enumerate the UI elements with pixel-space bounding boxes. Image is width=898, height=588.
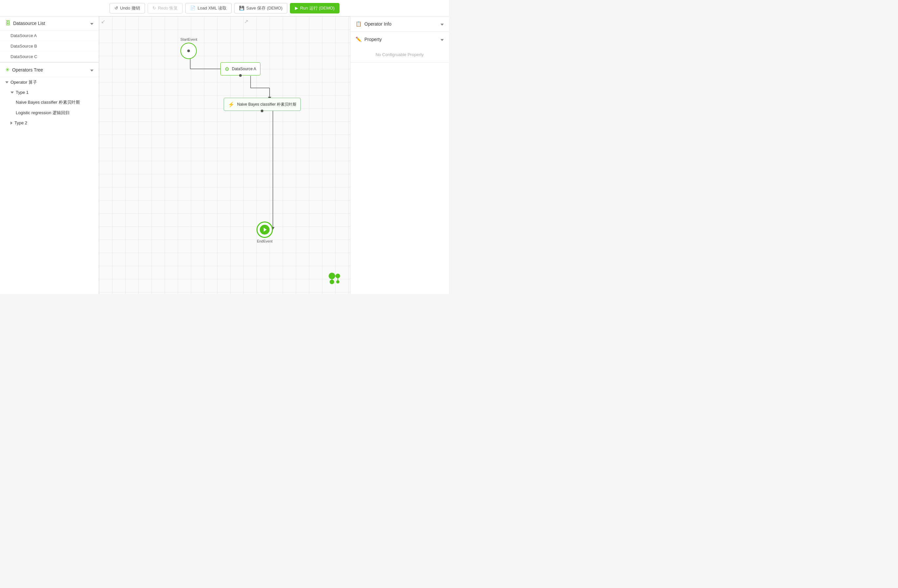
database-icon: 🗄 xyxy=(5,20,11,26)
datasource-item-a[interactable]: DataSource A xyxy=(0,31,99,41)
property-header[interactable]: ✏️ Property xyxy=(350,32,449,47)
right-panel: 📋 Operator Info ✏️ Property No Configrua… xyxy=(350,16,449,294)
property-collapse-icon xyxy=(440,37,444,42)
run-label: Run 运行 (DEMO) xyxy=(300,5,335,11)
load-button[interactable]: 📄 Load XML 读取 xyxy=(185,3,231,14)
datasource-node-icon: ⚙ xyxy=(224,66,229,72)
tree-node-type2[interactable]: Type 2 xyxy=(0,118,99,128)
redo-icon: ↻ xyxy=(152,6,156,11)
save-button[interactable]: 💾 Save 保存 (DEMO) xyxy=(234,3,288,14)
datasource-item-c[interactable]: DataSource C xyxy=(0,51,99,62)
classifier-bottom-port xyxy=(261,109,263,112)
datasource-collapse-icon xyxy=(90,21,94,26)
naive-bayes-node[interactable]: ⚡ Naive Bayes classifier 朴素贝叶斯 xyxy=(224,98,301,111)
save-label: Save 保存 (DEMO) xyxy=(246,5,283,11)
datasource-a-node[interactable]: ⚙ DataSource A xyxy=(220,62,260,75)
datasource-item-b[interactable]: DataSource B xyxy=(0,41,99,51)
run-button[interactable]: ▶ Run 运行 (DEMO) xyxy=(290,3,340,14)
tree-node-logistic[interactable]: Logistic regression 逻辑回归 xyxy=(0,108,99,118)
operators-tree-section: ✳ Operators Tree Operator 算子 Type 1 Naiv… xyxy=(0,62,99,128)
datasource-header[interactable]: 🗄 Datasource List xyxy=(0,16,99,31)
load-icon: 📄 xyxy=(190,6,195,11)
start-event-node[interactable]: StartEvent xyxy=(180,37,197,59)
tree-collapse-icon xyxy=(90,67,94,72)
naive-bayes-node-label: Naive Bayes classifier 朴素贝叶斯 xyxy=(16,99,80,105)
asterisk-icon: ✳ xyxy=(5,66,9,73)
end-event-label: EndEvent xyxy=(257,239,273,243)
toolbar: ↺ Undo 撤销 ↻ Redo 恢复 📄 Load XML 读取 💾 Save… xyxy=(0,0,449,16)
datasource-node-label: DataSource A xyxy=(232,66,256,71)
undo-label: Undo 撤销 xyxy=(120,5,140,11)
datasource-section: 🗄 Datasource List DataSource A DataSourc… xyxy=(0,16,99,62)
datasource-header-label: Datasource List xyxy=(13,21,45,26)
tree-node-type1[interactable]: Type 1 xyxy=(0,88,99,97)
logistic-node-label: Logistic regression 逻辑回归 xyxy=(16,110,69,116)
operator-chevron-icon xyxy=(5,82,9,83)
property-label: Property xyxy=(364,37,382,42)
left-sidebar: 🗄 Datasource List DataSource A DataSourc… xyxy=(0,16,99,294)
tree-node-naive-bayes[interactable]: Naive Bayes classifier 朴素贝叶斯 xyxy=(0,97,99,108)
main-layout: 🗄 Datasource List DataSource A DataSourc… xyxy=(0,16,449,294)
redo-label: Redo 恢复 xyxy=(158,5,178,11)
app-logo xyxy=(325,269,343,288)
type2-node-label: Type 2 xyxy=(14,120,27,125)
type2-chevron-icon xyxy=(11,122,12,125)
redo-button[interactable]: ↻ Redo 恢复 xyxy=(148,3,183,14)
load-label: Load XML 读取 xyxy=(197,5,226,11)
operators-tree-label: Operators Tree xyxy=(12,67,43,72)
classifier-node-label: Naive Bayes classifier 朴素贝叶斯 xyxy=(237,102,297,107)
type1-node-label: Type 1 xyxy=(16,90,29,95)
operator-info-header[interactable]: 📋 Operator Info xyxy=(350,16,449,31)
type1-chevron-icon xyxy=(11,92,14,94)
operator-info-section: 📋 Operator Info xyxy=(350,16,449,32)
no-config-label: No Configruable Property xyxy=(375,52,424,57)
tree-node-operator[interactable]: Operator 算子 xyxy=(0,77,99,88)
end-event-node[interactable]: EndEvent xyxy=(257,222,273,243)
undo-button[interactable]: ↺ Undo 撤销 xyxy=(109,3,145,14)
operator-info-collapse-icon xyxy=(440,22,444,26)
operator-node-label: Operator 算子 xyxy=(11,79,37,85)
property-content: No Configruable Property xyxy=(350,47,449,62)
operators-tree-header[interactable]: ✳ Operators Tree xyxy=(0,63,99,77)
resize-corner-tr-icon[interactable]: ↗ xyxy=(244,18,248,25)
datasource-bottom-port xyxy=(239,74,242,77)
undo-icon: ↺ xyxy=(114,6,118,11)
save-icon: 💾 xyxy=(239,6,244,11)
run-icon: ▶ xyxy=(295,6,298,11)
datasource-list: DataSource A DataSource B DataSource C xyxy=(0,31,99,62)
property-section: ✏️ Property No Configruable Property xyxy=(350,32,449,63)
operator-info-label: Operator Info xyxy=(364,22,392,26)
canvas-area[interactable]: ↙ ↗ StartEvent ⚙ DataSourc xyxy=(99,16,350,294)
start-event-label: StartEvent xyxy=(180,37,197,42)
resize-corner-tl-icon[interactable]: ↙ xyxy=(101,18,105,25)
classifier-node-icon: ⚡ xyxy=(228,102,235,108)
operator-info-icon: 📋 xyxy=(355,21,362,27)
property-icon: ✏️ xyxy=(355,37,362,42)
canvas-grid xyxy=(99,16,350,294)
